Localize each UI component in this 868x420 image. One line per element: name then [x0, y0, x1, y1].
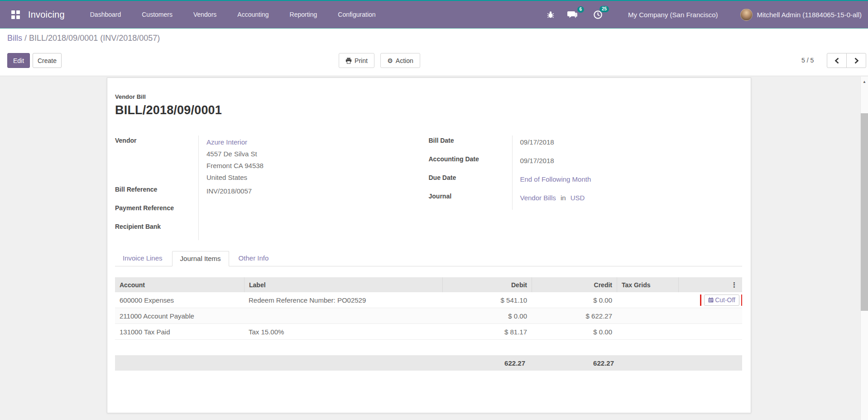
accounting-date-label: Accounting Date: [429, 154, 512, 173]
table-row[interactable]: 211000 Account Payable $ 0.00 $ 622.27: [115, 308, 742, 324]
control-panel: Bills / BILL/2018/09/0001 (INV/2018/0057…: [0, 29, 868, 76]
pager-next-button[interactable]: [846, 53, 866, 68]
ellipsis-vertical-icon: ⋮: [731, 281, 738, 288]
messages-count-badge: 6: [577, 6, 585, 13]
table-row[interactable]: 131000 Tax Paid Tax 15.00% $ 81.17 $ 0.0…: [115, 324, 742, 340]
due-date-value[interactable]: End of Following Month: [520, 175, 591, 183]
journal-connector: in: [561, 194, 566, 202]
cell-credit: $ 0.00: [532, 328, 617, 336]
calendar-icon: [708, 297, 714, 303]
chevron-right-icon: [854, 58, 859, 64]
journal-label: Journal: [429, 191, 512, 210]
user-menu[interactable]: Mitchell Admin (11884065-15-0-all): [757, 11, 862, 19]
field-groups: Vendor Azure Interior 4557 De Silva St F…: [115, 135, 742, 240]
document-type-label: Vendor Bill: [115, 93, 742, 100]
cut-off-button[interactable]: Cut-Off: [704, 294, 739, 306]
activities-clock-icon[interactable]: 25: [593, 10, 603, 19]
main-menu: Dashboard Customers Vendors Accounting R…: [80, 1, 386, 28]
cell-credit: $ 0.00: [532, 296, 617, 304]
recipient-bank-value: [198, 222, 429, 240]
form-view-background: Vendor Bill BILL/2018/09/0001 Vendor Azu…: [0, 77, 860, 420]
payment-reference-value: [198, 203, 429, 222]
navbar-systray: 6 25 My Company (San Francisco) Mitchell…: [547, 9, 868, 21]
breadcrumb: Bills / BILL/2018/09/0001 (INV/2018/0057…: [7, 34, 160, 43]
column-header-debit[interactable]: Debit: [442, 277, 532, 292]
notebook-tabs: Invoice Lines Journal Items Other Info: [115, 251, 742, 266]
action-label: Action: [396, 57, 413, 64]
debug-bug-icon[interactable]: [547, 11, 554, 19]
cell-label: Redeem Reference Number: PO02529: [244, 296, 442, 304]
cell-account: 131000 Tax Paid: [115, 328, 244, 336]
cell-credit: $ 622.27: [532, 312, 617, 320]
vendor-address-line: 4557 De Silva St: [206, 148, 429, 160]
menu-configuration[interactable]: Configuration: [327, 1, 386, 28]
vendor-address-line: Fremont CA 94538: [206, 160, 429, 172]
field-accounting-date: Accounting Date 09/17/2018: [429, 154, 743, 173]
printer-icon: [345, 58, 352, 64]
create-button[interactable]: Create: [33, 53, 62, 68]
breadcrumb-separator: /: [22, 34, 29, 43]
cut-off-label: Cut-Off: [715, 296, 735, 304]
column-header-tax-grids[interactable]: Tax Grids: [617, 277, 678, 292]
total-credit: 622.27: [532, 359, 617, 367]
print-label: Print: [355, 57, 368, 64]
action-button[interactable]: ⚙ Action: [380, 53, 420, 68]
tab-invoice-lines[interactable]: Invoice Lines: [115, 251, 170, 266]
field-bill-reference: Bill Reference INV/2018/0057: [115, 184, 429, 203]
recipient-bank-label: Recipient Bank: [115, 222, 198, 240]
breadcrumb-bills-link[interactable]: Bills: [7, 34, 22, 43]
top-navbar: Invoicing Dashboard Customers Vendors Ac…: [0, 0, 868, 29]
cell-account: 211000 Account Payable: [115, 312, 244, 320]
due-date-label: Due Date: [429, 173, 512, 191]
menu-vendors[interactable]: Vendors: [183, 1, 227, 28]
scrollbar-thumb[interactable]: [861, 113, 868, 311]
table-row[interactable]: 600000 Expenses Redeem Reference Number:…: [115, 292, 742, 308]
cell-account: 600000 Expenses: [115, 296, 244, 304]
right-field-group: Bill Date 09/17/2018 Accounting Date 09/…: [429, 135, 743, 240]
column-header-label[interactable]: Label: [244, 277, 442, 292]
company-switcher[interactable]: My Company (San Francisco): [628, 11, 718, 19]
cell-debit: $ 0.00: [442, 312, 532, 320]
menu-reporting[interactable]: Reporting: [279, 1, 328, 28]
bill-date-value: 09/17/2018: [512, 135, 743, 154]
field-payment-reference: Payment Reference: [115, 203, 429, 222]
total-debit: 622.27: [442, 359, 532, 367]
column-header-account[interactable]: Account: [115, 277, 244, 292]
cell-debit: $ 81.17: [442, 328, 532, 336]
user-avatar[interactable]: [740, 9, 753, 21]
scrollbar-up-arrow-icon[interactable]: ▲: [861, 77, 868, 84]
accounting-date-value: 09/17/2018: [512, 154, 743, 173]
app-title[interactable]: Invoicing: [28, 10, 65, 20]
edit-button[interactable]: Edit: [7, 53, 30, 68]
pager-previous-button[interactable]: [827, 53, 847, 68]
bill-reference-value: INV/2018/0057: [198, 184, 429, 203]
messages-icon[interactable]: 6: [567, 10, 578, 19]
bill-reference-label: Bill Reference: [115, 184, 198, 203]
cell-debit: $ 541.10: [442, 296, 532, 304]
document-name: BILL/2018/09/0001: [115, 103, 742, 117]
tab-journal-items[interactable]: Journal Items: [172, 251, 229, 266]
field-due-date: Due Date End of Following Month: [429, 173, 743, 191]
breadcrumb-current: BILL/2018/09/0001 (INV/2018/0057): [29, 34, 160, 43]
gear-icon: ⚙: [387, 58, 393, 64]
print-button[interactable]: Print: [339, 53, 374, 68]
column-header-credit[interactable]: Credit: [532, 277, 617, 292]
journal-currency[interactable]: USD: [571, 194, 585, 202]
journal-value[interactable]: Vendor Bills: [520, 194, 556, 202]
field-bill-date: Bill Date 09/17/2018: [429, 135, 743, 154]
bill-date-label: Bill Date: [429, 135, 512, 154]
activities-count-badge: 25: [599, 6, 609, 12]
table-header-row: Account Label Debit Credit Tax Grids ⋮: [115, 277, 742, 292]
menu-dashboard[interactable]: Dashboard: [80, 1, 132, 28]
menu-accounting[interactable]: Accounting: [227, 1, 279, 28]
optional-columns-toggle[interactable]: ⋮: [678, 277, 742, 292]
vendor-link[interactable]: Azure Interior: [206, 136, 429, 148]
field-recipient-bank: Recipient Bank: [115, 222, 429, 240]
vendor-address: 4557 De Silva St Fremont CA 94538 United…: [206, 148, 429, 183]
menu-customers[interactable]: Customers: [131, 1, 183, 28]
tab-other-info[interactable]: Other Info: [231, 251, 277, 266]
apps-grid-icon[interactable]: [11, 10, 20, 19]
cell-label: Tax 15.00%: [244, 328, 442, 336]
vertical-scrollbar[interactable]: ▲: [860, 77, 868, 420]
field-journal: Journal Vendor Bills in USD: [429, 191, 743, 210]
